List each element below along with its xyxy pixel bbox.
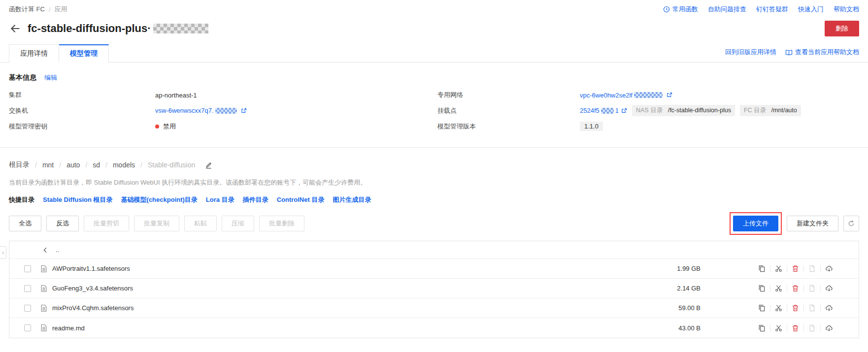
file-detail-icon[interactable]: [808, 304, 816, 312]
book-icon: [785, 49, 793, 56]
delete-trash-icon[interactable]: [792, 265, 799, 272]
dir-crumb-models[interactable]: models: [113, 161, 135, 169]
cut-scissors-icon[interactable]: [775, 285, 782, 292]
tab-bar-links: 回到旧版应用详情 查看当前应用帮助文档: [725, 48, 859, 62]
external-link-icon[interactable]: [667, 92, 672, 98]
dir-crumb-sd[interactable]: sd: [93, 161, 100, 169]
old-version-link[interactable]: 回到旧版应用详情: [725, 48, 776, 57]
breadcrumb-item-fc[interactable]: 函数计算 FC: [9, 5, 45, 14]
shortcut-lora[interactable]: Lora 目录: [206, 195, 234, 204]
row-checkbox[interactable]: [24, 265, 31, 272]
vpc-mosaic-mask: [634, 92, 663, 98]
edit-path-icon[interactable]: [205, 161, 212, 169]
vpc-label: 专用网络: [437, 91, 580, 99]
cut-scissors-icon[interactable]: [775, 265, 782, 272]
row-checkbox[interactable]: [24, 285, 31, 292]
directory-breadcrumb: 根目录 / mnt / auto / sd / models / Stable-…: [0, 148, 868, 169]
tab-model-manage[interactable]: 模型管理: [59, 44, 109, 63]
download-cloud-icon[interactable]: [825, 324, 833, 332]
self-troubleshoot-link[interactable]: 自助问题排查: [708, 5, 746, 14]
file-size: 2.14 GB: [646, 285, 701, 292]
quick-start-link[interactable]: 快速入门: [798, 5, 824, 14]
shortcut-links: 快捷目录 Stable Diffusion 根目录 基础模型(checkpoin…: [0, 195, 868, 204]
common-functions-link[interactable]: 常用函数: [663, 5, 698, 14]
shortcut-sd-root[interactable]: Stable Diffusion 根目录: [43, 195, 113, 204]
parent-directory-row[interactable]: ..: [9, 241, 859, 259]
refresh-button[interactable]: [843, 216, 859, 231]
external-link-icon[interactable]: [621, 108, 627, 114]
title-mosaic-mask: [153, 24, 208, 33]
breadcrumb-separator: /: [49, 6, 51, 13]
model-version-label: 模型管理版本: [437, 122, 580, 131]
shortcuts-label: 快捷目录: [9, 195, 34, 204]
new-folder-button[interactable]: 新建文件夹: [787, 216, 838, 231]
table-row: GuoFeng3_v3.4.safetensors 2.14 GB: [9, 279, 859, 298]
basic-info-grid: 集群 ap-northeast-1 专用网络 vpc-6we0hw2se2lf …: [9, 91, 859, 131]
file-name[interactable]: mixProV4.Cqhm.safetensors: [52, 304, 134, 312]
file-size: 1.99 GB: [646, 265, 701, 272]
file-icon: [40, 285, 48, 292]
delete-button[interactable]: 删除: [825, 21, 859, 36]
basic-info-title: 基本信息: [9, 73, 36, 82]
download-cloud-icon[interactable]: [825, 285, 833, 292]
tab-app-detail[interactable]: 应用详情: [9, 44, 59, 63]
current-app-help-link[interactable]: 查看当前应用帮助文档: [785, 48, 859, 57]
file-detail-icon[interactable]: [808, 285, 816, 292]
shortcut-checkpoint[interactable]: 基础模型(checkpoint)目录: [121, 195, 198, 204]
shortcut-controlnet[interactable]: ControlNet 目录: [277, 195, 325, 204]
dingtalk-group-link[interactable]: 钉钉答疑群: [756, 5, 788, 14]
vswitch-mosaic-mask: [215, 108, 237, 114]
cluster-label: 集群: [9, 91, 155, 99]
file-icon: [40, 265, 48, 273]
copy-icon[interactable]: [758, 304, 766, 312]
upload-file-button[interactable]: 上传文件: [733, 216, 778, 231]
copy-icon[interactable]: [758, 324, 766, 332]
batch-delete-button[interactable]: 批量删除: [259, 216, 304, 231]
file-name[interactable]: GuoFeng3_v3.4.safetensors: [52, 285, 133, 292]
download-cloud-icon[interactable]: [825, 304, 833, 312]
compress-button[interactable]: 压缩: [222, 216, 254, 231]
external-link-icon[interactable]: [241, 108, 247, 114]
file-name[interactable]: readme.md: [52, 324, 85, 332]
file-name[interactable]: AWPortraitv1.1.safetensors: [52, 265, 130, 272]
help-doc-link[interactable]: 帮助文档: [834, 5, 859, 14]
row-checkbox[interactable]: [24, 305, 31, 312]
sider-expand-handle[interactable]: ›: [0, 246, 6, 259]
delete-trash-icon[interactable]: [792, 324, 799, 332]
copy-icon[interactable]: [758, 265, 766, 272]
dir-crumb-current: Stable-diffusion: [148, 161, 195, 169]
cut-scissors-icon[interactable]: [775, 324, 782, 332]
vpc-link[interactable]: vpc-6we0hw2se2lf: [580, 92, 633, 99]
select-all-button[interactable]: 全选: [9, 216, 41, 231]
batch-cut-button[interactable]: 批量剪切: [84, 216, 129, 231]
dir-crumb-root[interactable]: 根目录: [9, 160, 30, 169]
fc-dir-tag: FC 目录 /mnt/auto: [740, 105, 801, 116]
batch-copy-button[interactable]: 批量复制: [134, 216, 179, 231]
vswitch-link[interactable]: vsw-6wenwscxx7q7.: [155, 107, 214, 114]
invert-select-button[interactable]: 反选: [46, 216, 79, 231]
back-arrow-icon[interactable]: [9, 22, 22, 35]
delete-trash-icon[interactable]: [792, 285, 799, 292]
clock-icon: [663, 6, 670, 13]
edit-basic-info-link[interactable]: 编辑: [44, 73, 57, 82]
file-detail-icon[interactable]: [808, 265, 816, 272]
model-version-badge: 1.1.0: [580, 122, 603, 131]
row-checkbox[interactable]: [24, 324, 31, 331]
download-cloud-icon[interactable]: [825, 265, 833, 272]
model-key-value: 禁用: [155, 122, 437, 131]
delete-trash-icon[interactable]: [792, 304, 799, 312]
cut-scissors-icon[interactable]: [775, 304, 782, 312]
directory-note: 当前目录为函数计算目录，即 Stable Diffusion WebUI 执行环…: [0, 178, 868, 187]
page-title: fc-stable-diffusion-plus·: [28, 22, 208, 35]
status-dot-icon: [155, 125, 159, 128]
mount-point-label: 挂载点: [437, 106, 580, 115]
shortcut-output[interactable]: 图片生成目录: [333, 195, 371, 204]
parent-directory-label: ..: [56, 246, 59, 254]
copy-icon[interactable]: [758, 285, 766, 292]
mount-point-link[interactable]: 2524f5: [580, 107, 600, 114]
dir-crumb-auto[interactable]: auto: [67, 161, 80, 169]
dir-crumb-mnt[interactable]: mnt: [42, 161, 54, 169]
file-detail-icon[interactable]: [808, 324, 816, 332]
shortcut-extensions[interactable]: 插件目录: [243, 195, 268, 204]
paste-button[interactable]: 粘贴: [184, 216, 217, 231]
